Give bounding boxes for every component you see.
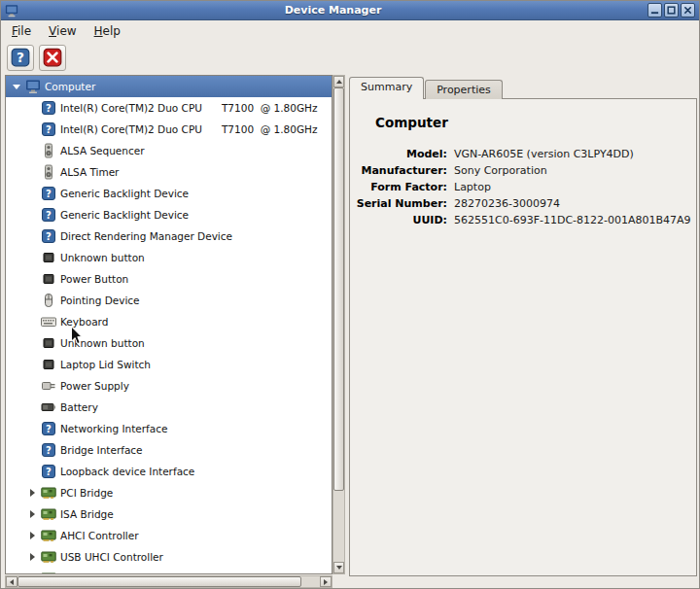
- menu-file[interactable]: File: [3, 21, 40, 41]
- scroll-down-button[interactable]: [333, 562, 344, 573]
- tree-row[interactable]: Laptop Lid Switch: [6, 354, 332, 375]
- svg-text:?: ?: [46, 467, 52, 477]
- card-icon: [41, 506, 56, 522]
- horizontal-scrollbar[interactable]: [5, 575, 332, 588]
- tree-row[interactable]: ?Generic Backlight Device: [6, 204, 332, 225]
- titlebar[interactable]: Device Manager: [1, 1, 699, 20]
- tree-row[interactable]: Unknown button: [6, 332, 332, 354]
- tree-indent: [6, 429, 25, 430]
- tree-indent: [6, 450, 25, 451]
- expander-spacer: [25, 335, 41, 351]
- quit-button[interactable]: [39, 45, 66, 71]
- window-title: Device Manager: [18, 4, 648, 17]
- arrow-down-icon: [336, 566, 342, 570]
- tree-row[interactable]: Computer: [6, 76, 332, 97]
- summary-field: Model:VGN-AR605E (version C3LPY4DD): [350, 146, 696, 162]
- arrow-up-icon: [336, 80, 342, 84]
- minimize-button[interactable]: [648, 3, 662, 17]
- tree-indent: [6, 407, 25, 408]
- field-value: Sony Corporation: [454, 162, 547, 179]
- field-label: Model:: [350, 146, 447, 162]
- tree-row[interactable]: Power Supply: [6, 375, 332, 397]
- menu-help[interactable]: Help: [86, 21, 129, 41]
- tree-row[interactable]: ?Loopback device Interface: [6, 461, 332, 482]
- summary-field: Manufacturer:Sony Corporation: [350, 162, 696, 179]
- summary-header: Computer: [350, 99, 696, 144]
- expander-spacer: [25, 378, 41, 394]
- tree-row-label: Laptop Lid Switch: [56, 359, 151, 370]
- tree-indent: [6, 258, 25, 259]
- tree-row[interactable]: ALSA Sequencer: [6, 140, 332, 161]
- unknown-icon: ?: [41, 228, 56, 244]
- card-icon: [41, 485, 56, 501]
- expander-spacer: [25, 121, 41, 137]
- tree-row-label: Unknown button: [56, 252, 145, 263]
- button-icon: [41, 335, 56, 351]
- tree-row[interactable]: ?Bridge Interface: [6, 439, 332, 461]
- tree-row[interactable]: Keyboard: [6, 311, 332, 332]
- window-computer-icon: [5, 4, 18, 17]
- tree-row[interactable]: USB UHCI Controller: [6, 568, 332, 574]
- horizontal-scroll-track[interactable]: [18, 576, 320, 587]
- scrollbar-corner: [332, 575, 345, 588]
- expander-spacer: [25, 228, 41, 244]
- tree-row[interactable]: ?Intel(R) Core(TM)2 Duo CPU T7100 @ 1.80…: [6, 97, 332, 119]
- tree-indent: [6, 536, 25, 537]
- battery-icon: [41, 399, 56, 415]
- tree-row-label: USB UHCI Controller: [56, 551, 163, 563]
- svg-text:?: ?: [46, 231, 52, 242]
- expander-icon[interactable]: [25, 485, 41, 501]
- help-button[interactable]: ?: [7, 45, 34, 71]
- scroll-right-button[interactable]: [320, 576, 332, 587]
- vertical-scroll-track[interactable]: [333, 87, 344, 562]
- audio-icon: [41, 164, 56, 180]
- tree-row[interactable]: Battery: [6, 397, 332, 418]
- tree-row-label: Unknown button: [56, 337, 145, 349]
- tree-row[interactable]: ?Direct Rendering Manager Device: [6, 225, 332, 247]
- tree-indent: [6, 151, 25, 152]
- unknown-icon: ?: [41, 207, 56, 223]
- tree-row[interactable]: ?Networking Interface: [6, 418, 332, 439]
- tree-row[interactable]: ISA Bridge: [6, 503, 332, 525]
- svg-text:?: ?: [46, 103, 52, 114]
- tree-row-label: Pointing Device: [56, 294, 140, 306]
- field-label: Form Factor:: [350, 179, 447, 195]
- expander-spacer: [25, 399, 41, 415]
- svg-text:?: ?: [46, 424, 52, 434]
- expander-icon[interactable]: [25, 506, 41, 522]
- expander-icon[interactable]: [10, 79, 25, 94]
- tree-row[interactable]: Pointing Device: [6, 290, 332, 311]
- device-manager-window: Device Manager FileViewHelp ? Computer?I…: [0, 0, 700, 589]
- vertical-scroll-thumb[interactable]: [333, 87, 344, 491]
- expander-icon[interactable]: [25, 571, 41, 574]
- tree-row-label: Computer: [41, 81, 95, 92]
- summary-field: Serial Number:28270236-3000974: [350, 195, 696, 212]
- maximize-button[interactable]: [664, 3, 679, 17]
- tree-row-label: Battery: [56, 401, 98, 413]
- vertical-scrollbar[interactable]: [332, 75, 345, 574]
- tab-properties[interactable]: Properties: [425, 80, 503, 99]
- unknown-icon: ?: [41, 464, 56, 479]
- tree-row[interactable]: PCI Bridge: [6, 482, 332, 503]
- tree-row[interactable]: ?Intel(R) Core(TM)2 Duo CPU T7100 @ 1.80…: [6, 119, 332, 140]
- tree-row[interactable]: Power Button: [6, 268, 332, 290]
- tree-row[interactable]: AHCI Controller: [6, 525, 332, 546]
- expander-icon[interactable]: [25, 528, 41, 543]
- tree-row-label: Power Supply: [56, 380, 129, 392]
- tree-row-label: Direct Rendering Manager Device: [56, 230, 232, 242]
- tree-row[interactable]: ALSA Timer: [6, 161, 332, 183]
- summary-fields: Model:VGN-AR605E (version C3LPY4DD)Manuf…: [350, 144, 696, 228]
- tree-row-label: Generic Backlight Device: [56, 188, 189, 199]
- scroll-left-button[interactable]: [6, 576, 18, 587]
- expander-spacer: [25, 164, 41, 180]
- expander-icon[interactable]: [25, 549, 41, 565]
- tree-row[interactable]: ?Generic Backlight Device: [6, 183, 332, 204]
- horizontal-scroll-thumb[interactable]: [18, 576, 301, 587]
- scroll-up-button[interactable]: [333, 76, 344, 87]
- tab-summary[interactable]: Summary: [349, 77, 424, 99]
- close-button[interactable]: [681, 3, 695, 17]
- menu-view[interactable]: View: [40, 21, 85, 41]
- menubar: FileViewHelp: [1, 20, 699, 42]
- tree-row[interactable]: USB UHCI Controller: [6, 546, 332, 568]
- tree-row[interactable]: Unknown button: [6, 247, 332, 268]
